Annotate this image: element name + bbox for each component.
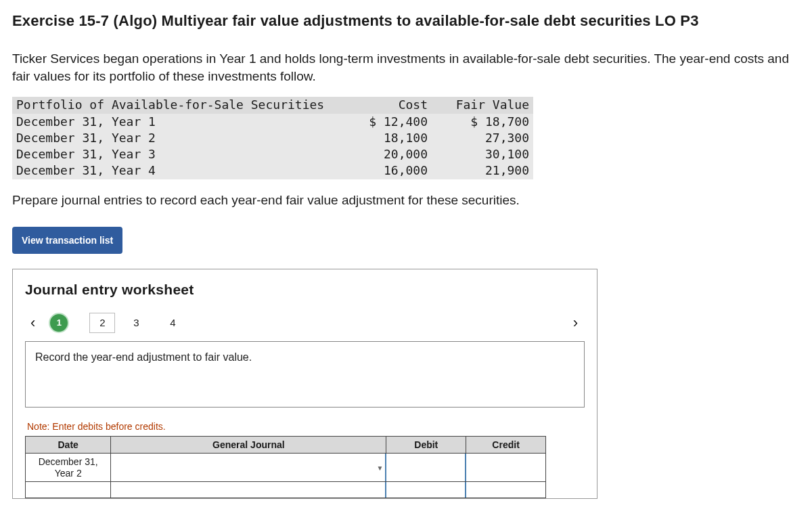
step-1[interactable]: 1 [49,313,69,333]
je-account-input[interactable] [111,482,386,498]
portfolio-row-label: December 31, Year 4 [12,162,330,179]
prompt-box: Record the year-end adjustment to fair v… [25,341,585,408]
portfolio-row-cost: 18,100 [330,130,432,146]
portfolio-row-cost: 20,000 [330,146,432,162]
je-date-cell: December 31, Year 2 [26,453,111,482]
portfolio-row-fair: 30,100 [432,146,533,162]
instruction-text: Prepare journal entries to record each y… [12,193,805,208]
debits-before-credits-note: Note: Enter debits before credits. [27,421,585,432]
portfolio-row-fair: $ 18,700 [432,114,533,130]
portfolio-table: Portfolio of Available-for-Sale Securiti… [12,97,533,179]
je-debit-input[interactable] [386,482,466,498]
portfolio-row-cost: $ 12,400 [330,114,432,130]
je-header-credit: Credit [466,436,546,453]
je-credit-input[interactable] [466,453,546,482]
portfolio-row-cost: 16,000 [330,162,432,179]
portfolio-row-label: December 31, Year 1 [12,114,330,130]
portfolio-row-label: December 31, Year 3 [12,146,330,162]
portfolio-header-label: Portfolio of Available-for-Sale Securiti… [12,97,330,113]
exercise-intro: Ticker Services began operations in Year… [12,50,805,85]
journal-entry-card: Journal entry worksheet ‹ 1 2 3 4 › Reco… [12,269,597,500]
step-2[interactable]: 2 [89,313,115,333]
je-header-journal: General Journal [111,436,386,453]
je-header-debit: Debit [386,436,466,453]
view-transaction-list-button[interactable]: View transaction list [12,227,122,254]
je-header-date: Date [26,436,111,453]
prev-step-icon[interactable]: ‹ [25,314,41,332]
journal-entry-title: Journal entry worksheet [25,282,585,298]
portfolio-row-fair: 21,900 [432,162,533,179]
exercise-title: Exercise 15-7 (Algo) Multiyear fair valu… [12,12,805,30]
je-debit-input[interactable] [386,453,466,482]
je-account-input[interactable]: ▼ [111,453,386,482]
next-step-icon[interactable]: › [568,314,585,332]
portfolio-header-cost: Cost [330,97,432,113]
portfolio-row-label: December 31, Year 2 [12,130,330,146]
step-3[interactable]: 3 [126,313,146,333]
je-date-cell [26,482,111,498]
step-nav: ‹ 1 2 3 4 › [25,313,585,333]
step-4[interactable]: 4 [162,313,183,333]
journal-entry-table: Date General Journal Debit Credit Decemb… [25,436,546,499]
portfolio-header-fair: Fair Value [432,97,533,113]
je-credit-input[interactable] [466,482,546,498]
portfolio-row-fair: 27,300 [432,130,533,146]
